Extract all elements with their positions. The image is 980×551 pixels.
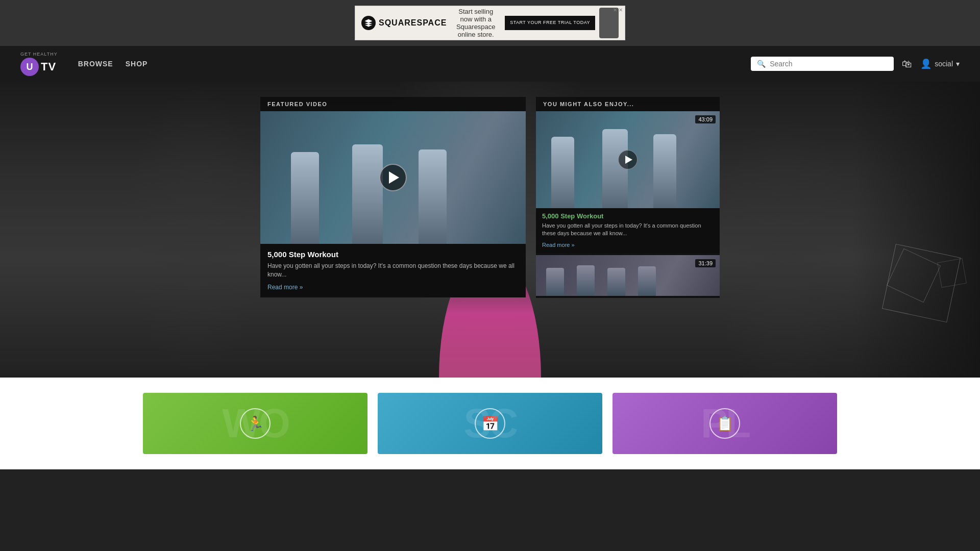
category-card-plans[interactable]: PL 📋 — [612, 393, 837, 454]
video-duration-1: 43:09 — [695, 115, 716, 123]
cart-icon[interactable]: 🛍 — [902, 58, 912, 70]
also-enjoy-header: YOU MIGHT ALSO ENJOY... — [536, 97, 720, 111]
also-person-3 — [653, 134, 676, 208]
logo[interactable]: GET HEALTHY U TV — [20, 52, 58, 76]
also-person-6 — [607, 268, 625, 296]
also-read-more-1[interactable]: Read more » — [542, 242, 575, 248]
nav-right: 🔍 🛍 👤 social ▾ — [751, 57, 960, 71]
category-card-workouts[interactable]: WO 🏃 — [143, 393, 368, 454]
user-label: social — [935, 60, 953, 68]
ad-cta-button[interactable]: START YOUR FREE TRIAL TODAY — [505, 16, 595, 30]
logo-badge: U TV — [20, 58, 56, 76]
cat-bg-decor-3: PL — [701, 400, 749, 447]
also-person-4 — [546, 268, 564, 296]
squarespace-brand: SQUARESPACE — [379, 18, 447, 28]
also-person-1 — [551, 137, 574, 208]
cat-bg-decor-2: SC — [463, 400, 516, 447]
ad-content[interactable]: ✕ ✕ SQUARESPACE Start selling now with a… — [355, 6, 625, 40]
also-video-info-1: 5,000 Step Workout Have you gotten all y… — [536, 208, 720, 253]
user-icon: 👤 — [920, 58, 932, 69]
search-bar[interactable]: 🔍 — [751, 57, 894, 71]
brand-prefix: GET HEALTHY — [20, 52, 58, 57]
user-menu[interactable]: 👤 social ▾ — [920, 58, 960, 69]
nav-shop[interactable]: SHOP — [126, 60, 148, 68]
also-video-item-2: 31:39 — [536, 255, 720, 296]
hero-section: FEATURED VIDEO 5,000 Step Workout Have y… — [0, 82, 980, 378]
ad-close-button[interactable]: ✕ ✕ — [613, 7, 623, 13]
video-duration-2: 31:39 — [695, 259, 716, 267]
also-video-thumb-2[interactable]: 31:39 — [536, 255, 720, 296]
navbar: GET HEALTHY U TV BROWSE SHOP 🔍 🛍 👤 socia… — [0, 46, 980, 82]
featured-video-thumbnail[interactable] — [260, 111, 526, 244]
featured-header: FEATURED VIDEO — [260, 97, 526, 111]
also-video-item-1: 43:09 5,000 Step Workout Have you gotten… — [536, 111, 720, 253]
also-video-thumb-1[interactable]: 43:09 — [536, 111, 720, 208]
play-triangle-icon — [389, 171, 399, 184]
featured-read-more[interactable]: Read more » — [267, 284, 303, 291]
ad-copy-text: Start selling now with a Squarespace onl… — [447, 8, 505, 38]
logo-tv: TV — [41, 60, 56, 73]
nav-links: BROWSE SHOP — [78, 60, 148, 68]
also-person-7 — [638, 266, 656, 296]
person-2 — [352, 144, 383, 244]
search-icon: 🔍 — [757, 60, 766, 68]
cat-bg-decor-1: WO — [222, 400, 288, 447]
category-card-schedule[interactable]: SC 📅 — [378, 393, 602, 454]
categories-section: WO 🏃 SC 📅 PL 📋 — [0, 378, 980, 469]
featured-info: 5,000 Step Workout Have you gotten all y… — [260, 244, 526, 297]
ad-logo: SQUARESPACE — [361, 16, 447, 30]
squarespace-logo-icon — [361, 16, 376, 30]
hero-content: FEATURED VIDEO 5,000 Step Workout Have y… — [0, 82, 980, 378]
person-3 — [419, 149, 447, 244]
featured-description: Have you gotten all your steps in today?… — [267, 262, 519, 279]
also-enjoy-card: YOU MIGHT ALSO ENJOY... 43:09 5,000 Step… — [536, 97, 720, 298]
nav-browse[interactable]: BROWSE — [78, 60, 113, 68]
chevron-down-icon: ▾ — [956, 60, 960, 68]
featured-video-card: FEATURED VIDEO 5,000 Step Workout Have y… — [260, 97, 526, 297]
also-person-5 — [577, 265, 595, 296]
person-1 — [291, 152, 319, 244]
featured-play-button[interactable] — [379, 164, 407, 191]
logo-u: U — [20, 58, 39, 76]
featured-title: 5,000 Step Workout — [267, 250, 519, 259]
also-play-button-1[interactable] — [618, 150, 638, 169]
search-input[interactable] — [770, 60, 888, 68]
ad-banner: ✕ ✕ SQUARESPACE Start selling now with a… — [0, 0, 980, 46]
also-play-triangle-icon — [625, 156, 632, 164]
also-video-desc-1: Have you gotten all your steps in today?… — [542, 222, 714, 238]
also-video-title-1: 5,000 Step Workout — [542, 212, 714, 220]
